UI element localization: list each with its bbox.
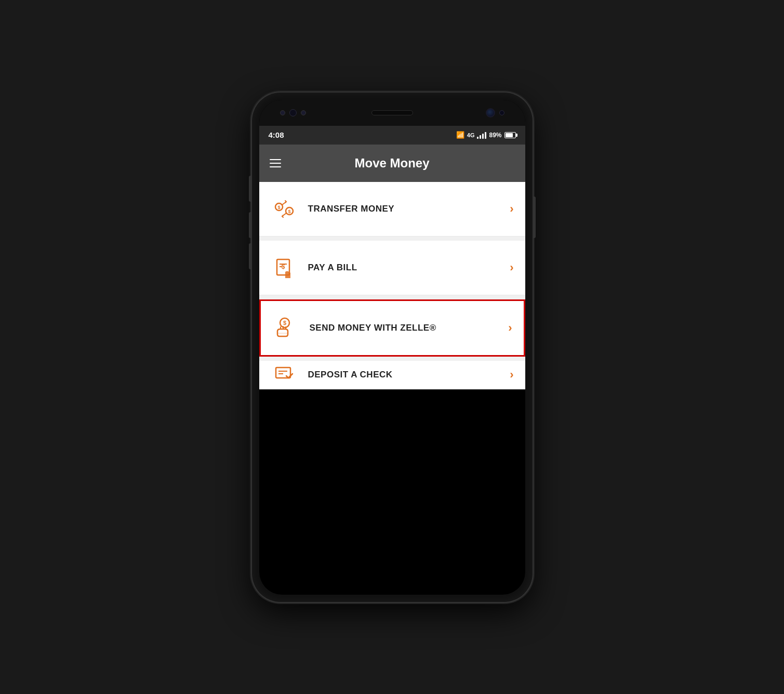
sensor-right <box>486 108 504 117</box>
pay-a-bill-label: PAY A BILL <box>308 263 510 273</box>
hamburger-line-3 <box>270 166 281 167</box>
front-camera <box>486 108 495 117</box>
phone-speaker <box>371 110 413 115</box>
hamburger-menu-button[interactable] <box>270 159 281 167</box>
pay-a-bill-item[interactable]: $ PAY A BILL › <box>259 241 525 295</box>
send-money-zelle-item[interactable]: $ SEND MONEY WITH ZELLE® › <box>259 299 525 357</box>
zelle-icon: $ <box>272 315 299 342</box>
deposit-a-check-item[interactable]: DEPOSIT A CHECK › <box>259 361 525 389</box>
svg-text:$: $ <box>277 205 280 210</box>
screen-content: $ $ TRANSFER MONEY › <box>259 182 525 595</box>
page-title: Move Money <box>354 156 429 171</box>
phone-sensors <box>259 100 525 126</box>
phone-device: 4:08 📶 4G 89% <box>252 93 533 602</box>
hamburger-line-1 <box>270 159 281 160</box>
sensor-dot-1 <box>280 110 285 115</box>
network-type: 4G <box>467 132 475 138</box>
menu-list: $ $ TRANSFER MONEY › <box>259 182 525 389</box>
app-header: Move Money <box>259 145 525 182</box>
phone-screen: 4:08 📶 4G 89% <box>259 100 525 595</box>
status-time: 4:08 <box>269 130 284 139</box>
hamburger-line-2 <box>270 163 281 164</box>
status-icons: 📶 4G 89% <box>456 131 516 139</box>
transfer-money-item[interactable]: $ $ TRANSFER MONEY › <box>259 182 525 237</box>
sensor-left <box>280 109 306 116</box>
battery-icon <box>504 132 516 138</box>
svg-text:$: $ <box>288 209 290 214</box>
send-money-zelle-chevron: › <box>508 321 512 335</box>
pay-a-bill-chevron: › <box>510 261 513 274</box>
battery-percent: 89% <box>489 132 501 139</box>
signal-bars-icon <box>477 132 486 139</box>
svg-text:$: $ <box>283 320 286 326</box>
status-bar: 4:08 📶 4G 89% <box>259 126 525 145</box>
send-money-zelle-label: SEND MONEY WITH ZELLE® <box>310 323 509 333</box>
transfer-money-label: TRANSFER MONEY <box>308 204 510 214</box>
app-screen: 4:08 📶 4G 89% <box>259 126 525 595</box>
deposit-a-check-chevron: › <box>510 368 513 382</box>
transfer-money-chevron: › <box>510 202 513 216</box>
sensor-dot-2 <box>289 109 297 116</box>
bill-icon: $ <box>271 254 298 281</box>
battery-fill <box>506 133 513 137</box>
deposit-a-check-label: DEPOSIT A CHECK <box>308 370 510 380</box>
transfer-icon: $ $ <box>271 195 298 222</box>
wifi-icon: 📶 <box>456 131 464 139</box>
sensor-light <box>499 110 504 115</box>
sensor-dot-3 <box>301 110 306 115</box>
deposit-icon <box>271 361 298 388</box>
svg-rect-10 <box>276 368 290 378</box>
